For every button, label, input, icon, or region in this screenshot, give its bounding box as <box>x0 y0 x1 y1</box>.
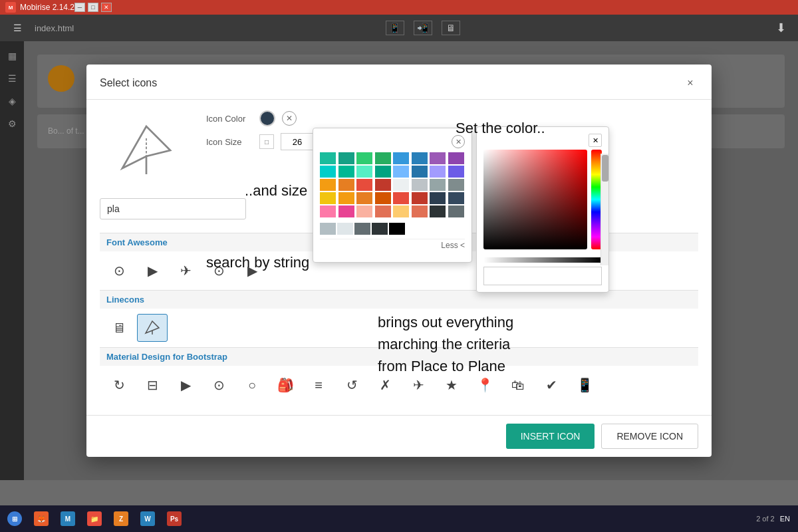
swatch-slate[interactable] <box>448 205 464 217</box>
color-clear-button[interactable]: ✕ <box>282 111 297 126</box>
swatch-salmon[interactable] <box>356 205 372 217</box>
swatch-green[interactable] <box>356 152 372 164</box>
swatch-dark-mint[interactable] <box>375 166 391 178</box>
search-input[interactable] <box>100 198 246 219</box>
mobile-view-button[interactable]: 📱 <box>386 21 404 35</box>
remove-icon-button[interactable]: REMOVE ICON <box>601 424 698 449</box>
swatch-dark-red[interactable] <box>375 179 391 191</box>
swatch-mint[interactable] <box>338 166 354 178</box>
taskbar-app-3[interactable]: 📁 <box>82 508 106 529</box>
swatch-orange[interactable] <box>320 179 336 191</box>
swatch-brown-orange[interactable] <box>375 192 391 204</box>
swatch-light-gray[interactable] <box>393 179 409 191</box>
picker-scroll-thumb <box>602 155 608 182</box>
opacity-strip[interactable] <box>483 257 602 263</box>
swatch-dark-green[interactable] <box>375 152 391 164</box>
swatch-amber[interactable] <box>338 192 354 204</box>
fa-icon-1[interactable]: ⊙ <box>104 257 134 285</box>
swatch-silver[interactable] <box>320 223 336 235</box>
swatch-tomato[interactable] <box>393 192 409 204</box>
swatch-cyan[interactable] <box>320 166 336 178</box>
mdb-icon-15[interactable]: 📱 <box>569 371 600 399</box>
swatch-light-blue[interactable] <box>393 166 409 178</box>
mdb-icon-10[interactable]: ✈ <box>403 371 434 399</box>
swatch-dark-teal[interactable] <box>338 152 354 164</box>
fa-icon-2[interactable]: ▶ <box>137 257 168 285</box>
swatch-dark-amber[interactable] <box>356 192 372 204</box>
fa-icon-4[interactable]: ⊙ <box>203 257 234 285</box>
linecon-plane-svg <box>143 319 162 337</box>
fa-icon-5[interactable]: ▶ <box>237 257 267 285</box>
menu-icon[interactable]: ☰ <box>8 19 27 37</box>
swatch-dark-orange[interactable] <box>338 179 354 191</box>
swatch-yellow[interactable] <box>320 192 336 204</box>
size-decrease-button[interactable]: □ <box>259 134 274 149</box>
mdb-icon-11[interactable]: ★ <box>436 371 467 399</box>
swatch-light-mint[interactable] <box>356 166 372 178</box>
swatch-dark-gray[interactable] <box>430 179 446 191</box>
insert-icon-button[interactable]: INSERT ICON <box>506 424 595 449</box>
taskbar-app-5[interactable]: Ps <box>162 508 186 529</box>
taskbar-app-2[interactable]: M <box>56 508 80 529</box>
swatch-gray[interactable] <box>412 179 428 191</box>
mdb-icon-14[interactable]: ✔ <box>536 371 567 399</box>
swatch-charcoal[interactable] <box>430 205 446 217</box>
mdb-icon-5[interactable]: ○ <box>237 371 267 399</box>
modal-close-button[interactable]: × <box>682 75 698 91</box>
mdb-icon-8[interactable]: ↺ <box>336 371 367 399</box>
swatch-coral[interactable] <box>375 205 391 217</box>
color-picker-circle[interactable] <box>259 110 275 126</box>
close-button[interactable]: ✕ <box>101 3 112 12</box>
mdb-icon-13[interactable]: 🛍 <box>503 371 533 399</box>
swatch-blue[interactable] <box>393 152 409 164</box>
full-picker-close-button[interactable]: ✕ <box>589 134 602 147</box>
linecon-icon-2[interactable] <box>137 314 168 342</box>
start-button[interactable]: ⊞ <box>3 508 27 529</box>
taskbar-word[interactable]: W <box>136 508 160 529</box>
mdb-icon-3[interactable]: ▶ <box>170 371 201 399</box>
swatch-light-silver[interactable] <box>337 223 353 235</box>
mdb-icon-1[interactable]: ↻ <box>104 371 134 399</box>
file-tab[interactable]: index.html <box>35 23 74 33</box>
swatch-teal[interactable] <box>320 152 336 164</box>
swatch-navy[interactable] <box>430 192 446 204</box>
swatch-dark-purple[interactable] <box>448 152 464 164</box>
swatch-dark-blue[interactable] <box>412 152 428 164</box>
swatch-pink[interactable] <box>320 205 336 217</box>
swatch-darker-gray[interactable] <box>448 179 464 191</box>
taskbar-app-4[interactable]: Z <box>109 508 133 529</box>
swatch-orange-red[interactable] <box>412 205 428 217</box>
maximize-button[interactable]: □ <box>88 3 98 12</box>
mdb-icon-9[interactable]: ✗ <box>370 371 400 399</box>
download-icon[interactable]: ⬇ <box>771 19 790 37</box>
color-hex-input[interactable] <box>483 267 602 285</box>
taskbar-firefox[interactable]: 🦊 <box>29 508 53 529</box>
swatch-hot-pink[interactable] <box>338 205 354 217</box>
picker-scrollbar[interactable] <box>600 154 608 265</box>
fa-icon-3[interactable]: ✈ <box>170 257 201 285</box>
swatch-dark-navy[interactable] <box>448 192 464 204</box>
mdb-icon-7[interactable]: ≡ <box>303 371 334 399</box>
swatch-close-button[interactable]: ✕ <box>452 135 465 148</box>
swatch-black[interactable] <box>389 223 405 235</box>
swatch-medium-gray[interactable] <box>354 223 370 235</box>
mdb-icon-4[interactable]: ⊙ <box>203 371 234 399</box>
swatch-near-black[interactable] <box>372 223 388 235</box>
gradient-picker-area[interactable] <box>483 150 587 249</box>
minimize-button[interactable]: ─ <box>74 3 85 12</box>
tablet-view-button[interactable]: 📲 <box>414 21 432 35</box>
swatch-red[interactable] <box>356 179 372 191</box>
swatch-indigo[interactable] <box>448 166 464 178</box>
desktop-view-button[interactable]: 🖥 <box>442 21 460 35</box>
mdb-icon-12[interactable]: 📍 <box>469 371 500 399</box>
swatch-peach[interactable] <box>393 205 409 217</box>
less-button[interactable]: Less < <box>320 239 465 251</box>
swatch-purple[interactable] <box>430 152 446 164</box>
linecon-icon-1[interactable]: 🖥 <box>104 314 134 342</box>
mdb-icon-6[interactable]: 🎒 <box>270 371 301 399</box>
swatch-lavender[interactable] <box>430 166 446 178</box>
swatch-crimson[interactable] <box>412 192 428 204</box>
swatch-steel-blue[interactable] <box>412 166 428 178</box>
mdb-icon-2[interactable]: ⊟ <box>137 371 168 399</box>
size-input[interactable] <box>281 133 314 150</box>
